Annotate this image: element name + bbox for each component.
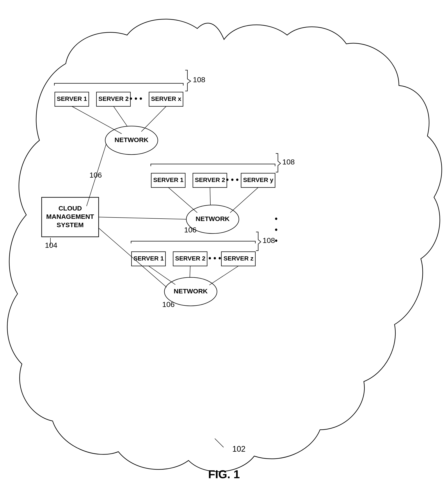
line-sz-bot-net [209,266,239,285]
line-s1-top-net [72,106,122,134]
brace-mid [276,153,280,172]
network-top-label: NETWORK [115,136,149,143]
server-top-1-label: SERVER 1 [57,95,87,102]
diagram-svg: 102 CLOUD MANAGEMENT SYSTEM 104 SERVER 1… [0,0,448,494]
network-mid-label: NETWORK [196,215,230,222]
server-mid-y-label: SERVER y [243,176,273,183]
line-cms-mid-net [99,217,186,219]
ref-108-bot: 108 [263,236,275,245]
network-bot-label: NETWORK [174,287,208,295]
svg-line-0 [215,439,224,447]
server-top-x-label: SERVER x [151,95,181,102]
line-s1-mid-net [168,187,197,213]
line-s2-bot-net [190,266,190,277]
brace-bot [256,232,261,251]
cms-text-line3: SYSTEM [57,221,84,228]
line-s2-mid-net [210,187,210,205]
brace-top [185,70,191,91]
dots-vertical3: • [275,236,278,245]
line-s2-top-net [114,106,127,126]
cms-text-line1: CLOUD [59,205,82,212]
dots-vertical: • [275,214,278,223]
dots-mid: • • • [226,175,239,184]
server-mid-1-label: SERVER 1 [153,176,183,183]
server-bot-z-label: SERVER z [224,255,253,262]
line-sx-top-net [141,106,166,132]
cms-text-line2: MANAGEMENT [46,213,94,220]
ref-108-top: 108 [193,75,205,84]
server-mid-2-label: SERVER 2 [195,176,225,183]
line-sy-mid-net [230,187,258,213]
ref-104: 104 [45,241,57,249]
dots-vertical2: • [275,225,278,234]
server-top-2-label: SERVER 2 [98,95,129,102]
ref-108-mid: 108 [282,158,295,166]
dots-top: • • • [130,94,142,103]
cloud-shape [7,19,442,472]
ref-102: 102 [232,445,245,453]
server-bot-1-label: SERVER 1 [133,255,164,262]
ref-106-bot: 106 [162,300,175,309]
page-container: 102 CLOUD MANAGEMENT SYSTEM 104 SERVER 1… [0,0,448,494]
ref-106-mid: 106 [184,226,197,234]
server-bot-2-label: SERVER 2 [175,255,205,262]
dots-bot: • • • [208,254,221,263]
ref-106-top: 106 [89,171,102,179]
fig-label: FIG. 1 [208,468,240,481]
